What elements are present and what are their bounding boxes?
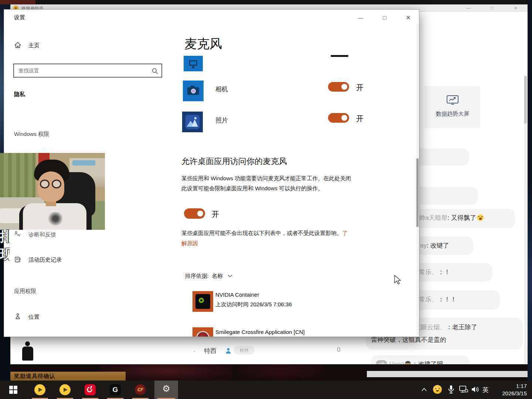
chat-scrollbar-thumb[interactable]	[524, 76, 527, 123]
section-body-line2: 此设置可能会限制桌面应用和 Windows 可以执行的操作。	[181, 185, 323, 192]
gear-icon: ⚙	[154, 383, 178, 394]
taskbar-app-stream-assistant-1[interactable]	[29, 381, 51, 399]
learn-why-link-part2[interactable]: 解原因	[181, 240, 198, 247]
windows-logo-icon	[9, 386, 17, 394]
settings-window-title: 设置	[14, 14, 25, 21]
tray-speaker-icon[interactable]	[471, 385, 480, 393]
app-last-access: 上次访问时间 2026/3/5 7:06:36	[215, 301, 292, 308]
chat-bubble-partial-2	[413, 187, 478, 205]
desktop-access-toggle[interactable]	[184, 208, 205, 219]
webcam-person-glasses	[40, 180, 50, 188]
home-icon	[14, 41, 21, 49]
section-heading-desktop-access: 允许桌面应用访问你的麦克风	[181, 156, 287, 167]
sidebar-group-app-permissions: 应用权限	[14, 288, 36, 295]
reward-pending-label: 奖励道具待确认	[14, 373, 55, 380]
sidebar-item-activity-history[interactable]: 活动历史记录	[28, 256, 62, 263]
settings-maximize-button[interactable]: □	[375, 12, 394, 24]
divider	[196, 364, 403, 364]
crying-emoji-icon	[477, 214, 484, 221]
taskbar-app-crossfire[interactable]: CF	[129, 381, 151, 399]
chat-text: 又得飘了	[451, 214, 476, 221]
netease-music-icon	[85, 384, 96, 395]
streamer-name[interactable]: 特西	[204, 347, 216, 355]
sidebar-group-windows-permissions: Windows 权限	[14, 131, 49, 138]
chat-bubble-partial-1	[413, 149, 469, 166]
desktop-top-strip	[0, 0, 532, 4]
chat-message: 常乐、：！！	[413, 290, 500, 310]
chevron-down-icon[interactable]	[228, 274, 232, 277]
location-icon	[14, 313, 21, 320]
section-body-line1: 某些应用和 Windows 功能需要访问麦克风才能正常工作。在此处关闭	[181, 175, 351, 182]
camera-app-icon	[183, 81, 204, 101]
chat-username: 常乐、	[419, 269, 438, 276]
fans-count: 0	[337, 346, 340, 354]
toggle-row-label-photos: 照片	[215, 116, 228, 125]
tray-tiger-app-icon[interactable]	[433, 385, 442, 394]
taskbar-app-stream-assistant-2[interactable]	[54, 381, 76, 399]
data-trend-card[interactable]: 数据趋势大屏	[425, 86, 480, 128]
chat-text-line1: 老王除了	[452, 324, 477, 331]
app-tile-partial	[184, 56, 203, 71]
desktop-access-toggle-state: 开	[212, 209, 219, 219]
sidebar-item-location[interactable]: 位置	[28, 314, 40, 321]
chat-text: ！！	[444, 296, 457, 303]
stream-app-icon	[34, 384, 45, 395]
chat-message: ay: 改键了	[414, 236, 473, 255]
mouse-cursor	[394, 275, 402, 286]
search-box[interactable]	[13, 64, 162, 78]
stream-app-icon	[59, 384, 71, 395]
outer-minimize-button[interactable]: —	[460, 4, 477, 12]
caption-ghosting	[13, 229, 96, 239]
tray-ime-indicator[interactable]: 英	[482, 386, 489, 394]
search-input[interactable]	[18, 65, 148, 76]
nvidia-app-icon	[192, 291, 213, 312]
toggle-row-label-camera: 相机	[215, 85, 228, 93]
webcam-overlay	[0, 153, 105, 230]
outer-maximize-button[interactable]: □	[484, 4, 500, 12]
chat-username: 常乐、	[419, 296, 438, 303]
taskbar-app-logitech-g[interactable]: G	[104, 381, 126, 399]
camera-toggle-state: 开	[356, 83, 364, 93]
chat-username: 帅a天暗星	[419, 214, 447, 221]
settings-scrollbar-thumb[interactable]	[416, 158, 419, 227]
chat-text: 改键了	[430, 242, 449, 249]
tray-network-icon[interactable]	[459, 385, 468, 393]
chat-message: 帅a天暗星: 又得飘了	[413, 209, 515, 228]
camera-toggle[interactable]	[328, 82, 349, 92]
taskbar-app-settings-active[interactable]: ⚙	[154, 381, 178, 399]
app-name-crossfire: Smilegate Crossfire Application [CN]	[215, 329, 305, 335]
search-icon[interactable]	[151, 68, 158, 75]
activity-history-icon	[14, 256, 21, 263]
chat-username: ay	[420, 242, 427, 249]
streamer-row-dash: -	[193, 348, 195, 355]
stream-caption-fragment: 现	[0, 245, 10, 263]
tray-time: 1:17	[502, 382, 527, 390]
taskbar-app-netease-music[interactable]	[79, 381, 101, 399]
sidebar-section-privacy: 隐私	[14, 91, 25, 98]
outer-close-button[interactable]: ✕	[508, 4, 524, 12]
sort-by-row[interactable]: 排序依据: 名称	[185, 273, 232, 280]
stream-caption-fragment: 排	[0, 228, 10, 246]
settings-minimize-button[interactable]: —	[351, 12, 370, 24]
reward-pending-bar: 奖励道具待确认	[10, 372, 126, 381]
sidebar-item-home[interactable]: 主页	[28, 42, 40, 49]
app-name-nvidia: NVIDIA Container	[215, 291, 259, 298]
settings-close-button[interactable]: ✕	[399, 12, 417, 24]
trend-screen-icon	[446, 95, 459, 105]
learn-why-link-part1[interactable]: 了	[342, 230, 348, 236]
data-trend-card-label: 数据趋势大屏	[425, 110, 480, 117]
chat-bottom-scrollbar[interactable]	[367, 371, 528, 377]
partial-toggle-dash	[331, 55, 348, 57]
tray-microphone-icon[interactable]	[447, 385, 455, 394]
tray-chevron-up-icon[interactable]	[421, 388, 427, 392]
start-button[interactable]	[3, 381, 24, 399]
caption-ghosting	[11, 245, 59, 256]
chat-separator: :	[447, 214, 451, 221]
note-line1: 某些桌面应用可能不会出现在以下列表中，或者不受此设置影响。了	[181, 230, 348, 237]
fans-badge: 粉丝	[234, 346, 255, 355]
tray-clock[interactable]: 1:17 2026/3/15	[502, 382, 527, 397]
desktop-wallpaper-red-patch	[0, 0, 35, 4]
photos-toggle[interactable]	[328, 113, 349, 123]
sort-by-value[interactable]: 名称	[212, 273, 223, 279]
person-icon	[225, 348, 231, 354]
